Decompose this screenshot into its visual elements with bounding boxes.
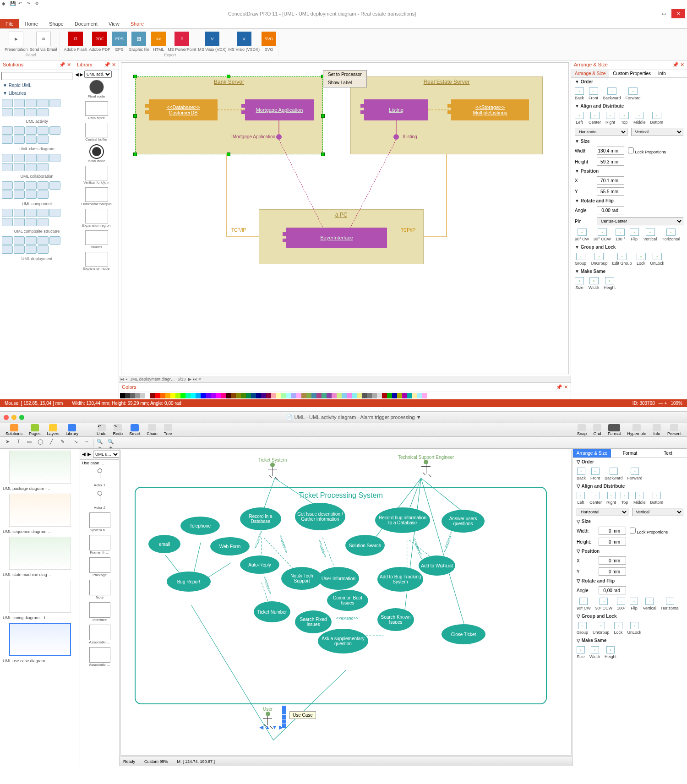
solution-thumbnail[interactable] bbox=[9, 623, 71, 656]
solution-thumbnail[interactable] bbox=[9, 494, 71, 527]
color-swatch[interactable] bbox=[140, 393, 145, 398]
status-zoom[interactable]: Custom 95% bbox=[144, 759, 168, 764]
shape-grid[interactable] bbox=[0, 207, 74, 228]
center-button[interactable]: ▫Center bbox=[589, 492, 602, 505]
color-swatch[interactable] bbox=[347, 393, 352, 398]
export-ppt[interactable]: PMS PowerPoint bbox=[168, 32, 196, 52]
library-shape[interactable]: System b … bbox=[80, 511, 119, 534]
nav-fwd-icon[interactable]: ▶ bbox=[87, 452, 91, 457]
zoom-slider[interactable]: — + bbox=[659, 401, 667, 406]
solution-thumbnail[interactable] bbox=[9, 537, 71, 570]
color-swatch[interactable] bbox=[357, 393, 362, 398]
angle-input[interactable] bbox=[597, 206, 624, 214]
uc-autoreply[interactable]: Auto-Reply bbox=[240, 555, 279, 574]
tab-file[interactable]: File bbox=[0, 19, 19, 28]
library-shape[interactable]: Divider bbox=[75, 230, 118, 249]
ungroup-button[interactable]: ▫UnGroup bbox=[593, 622, 610, 635]
solution-label[interactable]: UML use case diagram - … bbox=[0, 658, 80, 664]
color-swatch[interactable] bbox=[316, 393, 322, 398]
snap-button[interactable]: Snap bbox=[575, 424, 589, 436]
uc-close-ticket[interactable]: Close Ticket bbox=[442, 624, 485, 644]
tab-format[interactable]: Format bbox=[611, 449, 649, 458]
arrow-icon[interactable]: → bbox=[82, 439, 91, 447]
solution-group-label[interactable]: UML collaboration bbox=[0, 173, 74, 180]
component-multiplelistings[interactable]: <<Storage>> MultipleListings bbox=[451, 99, 529, 120]
uc-add-wishlist[interactable]: Add to WishList bbox=[419, 555, 455, 576]
bottom-button[interactable]: ▫Bottom bbox=[650, 492, 664, 505]
uc-bugreport[interactable]: Bug Report bbox=[167, 572, 211, 592]
color-swatch[interactable] bbox=[271, 393, 276, 398]
library-shape[interactable]: Vertical fork/join bbox=[75, 166, 118, 185]
shape-grid[interactable] bbox=[0, 234, 74, 256]
library-shape[interactable]: Package bbox=[80, 556, 119, 578]
color-swatch[interactable] bbox=[397, 393, 402, 398]
right-button[interactable]: ▫Right bbox=[606, 492, 616, 505]
library-shape[interactable]: Actor 2 bbox=[80, 489, 119, 511]
top-button[interactable]: ▫Top bbox=[620, 112, 629, 125]
color-swatch[interactable] bbox=[382, 393, 387, 398]
solution-group-label[interactable]: UML composite structure bbox=[0, 228, 74, 234]
uc-common-boot[interactable]: Common Boot Issues bbox=[327, 590, 368, 611]
color-swatch[interactable] bbox=[402, 393, 407, 398]
color-swatch[interactable] bbox=[327, 393, 332, 398]
tab-arrange[interactable]: Arrange & Size bbox=[573, 449, 611, 458]
maximize-button[interactable]: ▭ bbox=[657, 9, 671, 18]
export-flash[interactable]: FlAdobe Flash bbox=[64, 32, 87, 52]
export-eps[interactable]: EPSEPS bbox=[112, 32, 127, 52]
library-shape[interactable]: Initial node bbox=[75, 144, 118, 163]
align-vert-dropdown[interactable]: Vertical bbox=[632, 508, 684, 516]
tab-view[interactable]: View bbox=[103, 19, 125, 28]
redo-button[interactable]: ↷Redo bbox=[111, 424, 125, 436]
vertical-button[interactable]: ▫Vertical bbox=[643, 229, 657, 241]
color-swatch[interactable] bbox=[342, 393, 347, 398]
color-swatch[interactable] bbox=[145, 393, 150, 398]
height-button[interactable]: ▫Height bbox=[605, 646, 616, 659]
color-swatch[interactable] bbox=[231, 393, 236, 398]
close-button[interactable] bbox=[4, 415, 9, 420]
tab-share[interactable]: Share bbox=[125, 19, 149, 28]
export-svg[interactable]: SVGSVG bbox=[262, 32, 276, 52]
solution-group-label[interactable]: UML activity bbox=[0, 118, 74, 125]
color-swatch[interactable] bbox=[246, 393, 251, 398]
nav-back-icon[interactable]: ◀ bbox=[82, 452, 86, 457]
smart-button[interactable]: Smart bbox=[127, 424, 142, 436]
tab-shape[interactable]: Shape bbox=[44, 19, 69, 28]
drawing-canvas[interactable]: Bank Server <<Database>> CustomerDB Mort… bbox=[121, 62, 569, 374]
uc-notify[interactable]: Notify Tech Support bbox=[281, 567, 322, 590]
pin-icon[interactable]: 📌 ✕ bbox=[104, 62, 116, 68]
color-swatch[interactable] bbox=[291, 393, 296, 398]
uc-ticket-num[interactable]: Ticket Number bbox=[254, 601, 290, 622]
redo-icon[interactable]: ↷ bbox=[27, 1, 33, 7]
nav-fwd-icon[interactable]: ▶ bbox=[80, 72, 83, 77]
minimize-button[interactable]: — bbox=[642, 9, 656, 18]
minimize-button[interactable] bbox=[11, 415, 16, 420]
tab-arrange[interactable]: Arrange & Size bbox=[571, 70, 609, 77]
color-swatch[interactable] bbox=[281, 393, 286, 398]
middle-button[interactable]: ▫Middle bbox=[633, 112, 646, 125]
library-shape[interactable]: Actor 1 bbox=[80, 466, 119, 489]
library-tab[interactable]: Use case … bbox=[80, 460, 119, 466]
color-swatch[interactable] bbox=[261, 393, 266, 398]
component-listing[interactable]: Listing bbox=[364, 99, 428, 120]
library-dropdown[interactable]: UML u… bbox=[93, 451, 120, 458]
180--button[interactable]: ▫180º bbox=[617, 598, 625, 610]
solutions-search[interactable] bbox=[1, 72, 72, 80]
ellipse-tool-icon[interactable]: ◯ bbox=[36, 439, 45, 447]
title-dropdown-icon[interactable]: ▼ bbox=[416, 414, 421, 420]
forward-button[interactable]: ▫Forward bbox=[627, 468, 643, 480]
color-swatch[interactable] bbox=[301, 393, 306, 398]
uc-userinfo[interactable]: User Information bbox=[318, 567, 359, 590]
height-button[interactable]: ▫Height bbox=[604, 277, 616, 290]
actor-tech-support[interactable]: Technical Support Engineer bbox=[398, 455, 454, 474]
color-swatch[interactable] bbox=[226, 393, 231, 398]
solutions-button[interactable]: Solutions bbox=[4, 424, 24, 436]
align-horiz-dropdown[interactable]: Horizontal bbox=[577, 508, 628, 516]
solution-group-label[interactable]: UML class diagram bbox=[0, 146, 74, 152]
color-swatch[interactable] bbox=[201, 393, 206, 398]
component-buyerinterface[interactable]: BuyerInterface bbox=[286, 228, 387, 248]
save-icon[interactable]: 💾 bbox=[10, 1, 16, 7]
library-shape[interactable]: Expansion node bbox=[75, 252, 118, 271]
actor-user[interactable]: User bbox=[263, 707, 273, 725]
forward-button[interactable]: ▫Forward bbox=[626, 87, 641, 100]
lock-button[interactable]: ▫Lock bbox=[637, 253, 646, 266]
